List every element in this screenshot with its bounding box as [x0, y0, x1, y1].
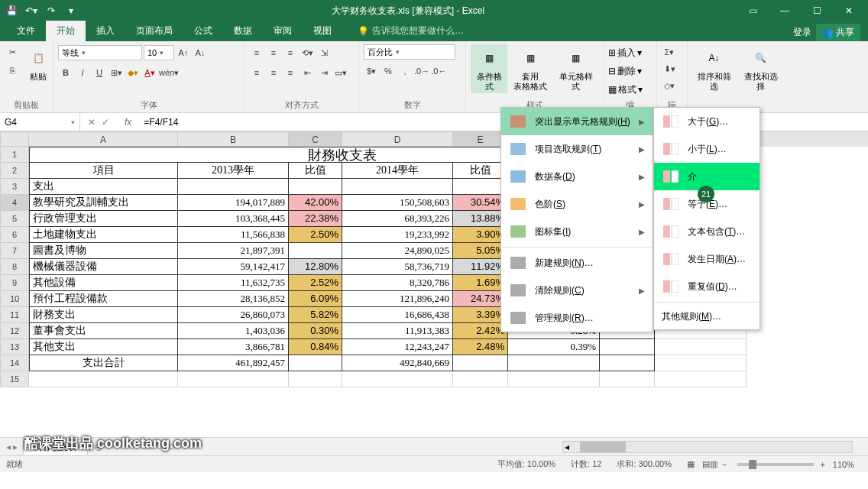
data-cell[interactable]: 12.80%: [289, 259, 342, 275]
cut-icon[interactable]: ✂: [5, 44, 20, 60]
menu-item[interactable]: 图标集(I)▶: [501, 218, 653, 245]
menu-item[interactable]: 色阶(S)▶: [501, 190, 653, 218]
data-cell[interactable]: 12,243,247: [342, 339, 453, 355]
row-header-8[interactable]: 8: [0, 259, 29, 275]
data-cell[interactable]: 5.82%: [289, 307, 342, 323]
horizontal-scrollbar[interactable]: ◂: [562, 441, 853, 453]
view-break-icon[interactable]: ▥: [710, 459, 717, 469]
undo-icon[interactable]: ↶▾: [24, 4, 38, 18]
submenu-item[interactable]: 重复值(D)…: [654, 273, 760, 300]
save-icon[interactable]: 💾: [5, 4, 18, 18]
confirm-formula-icon[interactable]: ✓: [102, 117, 109, 128]
row-header-2[interactable]: 2: [0, 163, 29, 179]
name-box[interactable]: G4: [0, 113, 80, 131]
submenu-item[interactable]: 其他规则(M)…: [654, 304, 760, 329]
row-header-13[interactable]: 13: [0, 339, 29, 355]
clear-icon[interactable]: ◇▾: [662, 78, 677, 93]
menu-item[interactable]: 新建规则(N)…: [501, 249, 653, 277]
insert-cells-icon[interactable]: ⊞: [608, 47, 616, 58]
data-cell[interactable]: 6.09%: [289, 291, 342, 307]
increase-decimal-icon[interactable]: .0→: [414, 63, 429, 79]
data-cell[interactable]: 22.38%: [289, 211, 342, 227]
row-header-4[interactable]: 4: [0, 195, 29, 211]
view-page-icon[interactable]: ▤: [702, 459, 710, 469]
data-cell[interactable]: 11,913,383: [342, 323, 453, 339]
data-cell[interactable]: 0.30%: [289, 323, 342, 339]
data-cell[interactable]: 28,136,852: [178, 291, 289, 307]
ribbon-options-icon[interactable]: ▭: [738, 3, 767, 18]
row-header-10[interactable]: 10: [0, 291, 29, 307]
view-normal-icon[interactable]: ▦: [679, 459, 702, 469]
conditional-format-button[interactable]: ▦ 条件格式: [471, 44, 507, 93]
data-cell[interactable]: 圖書及博物: [29, 243, 178, 259]
header-cell[interactable]: 項目: [29, 163, 178, 179]
percent-icon[interactable]: %: [381, 63, 396, 79]
font-color-icon[interactable]: A▾: [142, 65, 157, 80]
bold-button[interactable]: B: [58, 65, 73, 80]
data-cell[interactable]: 59,142,417: [178, 259, 289, 275]
sheet-nav-icons[interactable]: ◂ ▸: [6, 442, 18, 452]
tab-insert[interactable]: 插入: [86, 21, 125, 41]
data-cell[interactable]: 16,686,438: [342, 307, 453, 323]
data-cell[interactable]: 11,632,735: [178, 275, 289, 291]
data-cell[interactable]: 教學研究及訓輔支出: [29, 195, 178, 211]
row-header-12[interactable]: 12: [0, 323, 29, 339]
tell-me[interactable]: 💡 告诉我您想要做什么…: [350, 21, 471, 41]
col-header-C[interactable]: C: [289, 131, 342, 147]
font-size-combo[interactable]: 10: [144, 45, 174, 60]
close-icon[interactable]: ✕: [834, 3, 863, 18]
header-cell[interactable]: 2013學年: [178, 163, 289, 179]
data-cell[interactable]: 財務支出: [29, 307, 178, 323]
indent-inc-icon[interactable]: ⇥: [316, 65, 332, 80]
increase-font-icon[interactable]: A↑: [176, 45, 191, 60]
zoom-level[interactable]: 110%: [825, 460, 862, 469]
find-select-button[interactable]: 🔍 查找和选择: [739, 44, 782, 93]
row-header-5[interactable]: 5: [0, 211, 29, 227]
autosum-icon[interactable]: Σ▾: [662, 44, 677, 60]
data-cell[interactable]: [178, 179, 289, 195]
data-cell[interactable]: 103,368,445: [178, 211, 289, 227]
tab-file[interactable]: 文件: [6, 21, 46, 41]
data-cell[interactable]: 150,508,603: [342, 195, 453, 211]
fx-icon[interactable]: fx: [117, 117, 139, 128]
fill-icon[interactable]: ⬇▾: [662, 61, 677, 76]
data-cell[interactable]: 11,566,838: [178, 227, 289, 243]
data-cell[interactable]: 42.00%: [289, 195, 342, 211]
data-cell[interactable]: 機械儀器設備: [29, 259, 178, 275]
data-cell[interactable]: [289, 243, 342, 259]
merge-icon[interactable]: ▭▾: [333, 65, 348, 80]
cancel-formula-icon[interactable]: ✕: [88, 117, 96, 128]
italic-button[interactable]: I: [75, 65, 90, 80]
data-cell[interactable]: 其他支出: [29, 339, 178, 355]
row-header-9[interactable]: 9: [0, 275, 29, 291]
data-cell[interactable]: 8,320,786: [342, 275, 453, 291]
maximize-icon[interactable]: ☐: [802, 3, 831, 18]
row-header-6[interactable]: 6: [0, 227, 29, 243]
row-header-7[interactable]: 7: [0, 243, 29, 259]
sort-filter-button[interactable]: A↓ 排序和筛选: [692, 44, 736, 93]
format-cells-icon[interactable]: ▦: [608, 84, 617, 95]
submenu-item[interactable]: 发生日期(A)…: [654, 245, 760, 273]
cell-style-button[interactable]: ▦ 单元格样式: [553, 44, 598, 93]
data-cell[interactable]: 2.52%: [289, 275, 342, 291]
redo-icon[interactable]: ↷: [44, 4, 58, 18]
menu-item[interactable]: 项目选取规则(T)▶: [501, 135, 653, 163]
tab-data[interactable]: 数据: [223, 21, 263, 41]
fill-color-icon[interactable]: ◆▾: [125, 65, 141, 80]
align-bottom-icon[interactable]: ≡: [283, 45, 298, 60]
font-name-combo[interactable]: 等线: [58, 45, 142, 60]
data-cell[interactable]: 其他設備: [29, 275, 178, 291]
currency-icon[interactable]: $▾: [364, 63, 379, 79]
row-header-14[interactable]: 14: [0, 355, 29, 371]
insert-label[interactable]: 插入: [617, 47, 636, 60]
align-right-icon[interactable]: ≡: [283, 65, 298, 80]
data-cell[interactable]: 土地建物支出: [29, 227, 178, 243]
indent-dec-icon[interactable]: ⇤: [300, 65, 315, 80]
align-left-icon[interactable]: ≡: [249, 65, 264, 80]
data-cell[interactable]: [342, 179, 453, 195]
header-cell[interactable]: 2014學年: [342, 163, 453, 179]
data-cell[interactable]: 預付工程設備款: [29, 291, 178, 307]
data-cell[interactable]: 1,403,036: [178, 323, 289, 339]
submenu-item[interactable]: 小于(L)…: [654, 135, 760, 163]
data-cell[interactable]: 58,736,719: [342, 259, 453, 275]
